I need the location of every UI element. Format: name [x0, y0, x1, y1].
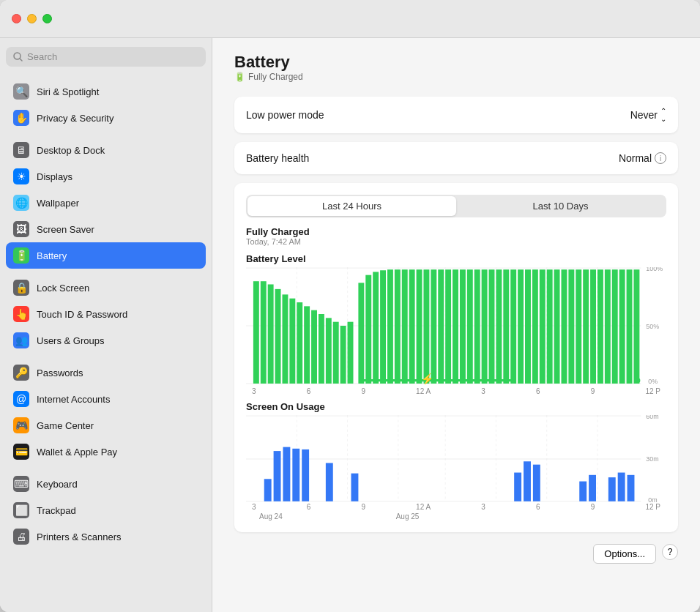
- svg-rect-63: [627, 269, 633, 384]
- battery-header: Battery 🔋 Fully Charged: [234, 53, 678, 82]
- battery-icon: 🔋: [13, 247, 29, 264]
- sidebar-item-printers-scanners[interactable]: 🖨Printers & Scanners: [6, 523, 206, 550]
- trackpad-icon: ⬜: [13, 502, 29, 518]
- sidebar-item-trackpad[interactable]: ⬜Trackpad: [6, 497, 206, 523]
- sidebar-label-passwords: Passwords: [37, 367, 83, 378]
- battery-status-text: Fully Charged: [248, 72, 303, 82]
- svg-rect-34: [417, 269, 422, 384]
- sidebar-label-lock-screen: Lock Screen: [37, 283, 89, 294]
- sidebar-item-passwords[interactable]: 🔑Passwords: [6, 359, 206, 386]
- keyboard-icon: ⌨: [13, 476, 29, 492]
- date-labels: Aug 24 Aug 25: [246, 512, 666, 520]
- segment-control: Last 24 Hours Last 10 Days: [246, 195, 666, 217]
- screen-usage-title: Screen On Usage: [246, 401, 666, 412]
- sidebar-item-wallpaper[interactable]: 🌐Wallpaper: [6, 190, 206, 216]
- battery-level-title: Battery Level: [246, 253, 666, 264]
- sidebar-item-displays[interactable]: ☀Displays: [6, 163, 206, 190]
- sidebar-item-lock-screen[interactable]: 🔒Lock Screen: [6, 275, 206, 301]
- svg-rect-18: [297, 302, 302, 384]
- sidebar-label-internet-accounts: Internet Accounts: [37, 394, 110, 405]
- siri-spotlight-icon: 🔍: [13, 83, 29, 100]
- lock-screen-icon: 🔒: [13, 280, 29, 296]
- sidebar-item-touch-id[interactable]: 👆Touch ID & Password: [6, 301, 206, 327]
- sidebar-label-printers-scanners: Printers & Scanners: [37, 531, 122, 542]
- svg-rect-64: [633, 269, 639, 384]
- svg-rect-54: [562, 269, 567, 384]
- sidebar-label-wallpaper: Wallpaper: [37, 198, 79, 209]
- svg-rect-43: [482, 269, 488, 384]
- svg-rect-39: [453, 269, 458, 384]
- svg-rect-90: [533, 465, 540, 501]
- maximize-button[interactable]: [42, 14, 52, 23]
- svg-rect-37: [438, 269, 444, 384]
- svg-rect-94: [618, 473, 625, 501]
- minimize-button[interactable]: [27, 14, 37, 23]
- sidebar-item-battery[interactable]: 🔋Battery: [6, 242, 206, 269]
- sidebar-label-battery: Battery: [37, 250, 67, 261]
- low-power-mode-value[interactable]: Never ⌃⌄: [630, 107, 666, 123]
- sidebar-item-screen-saver[interactable]: 🖼Screen Saver: [6, 216, 206, 242]
- svg-rect-59: [597, 269, 603, 384]
- svg-text:0%: 0%: [648, 378, 658, 384]
- sidebar-label-wallet-apple-pay: Wallet & Apple Pay: [37, 447, 117, 458]
- sidebar-item-users-groups[interactable]: 👥Users & Groups: [6, 327, 206, 354]
- sidebar-item-keyboard[interactable]: ⌨Keyboard: [6, 471, 206, 497]
- sidebar-divider: [6, 269, 206, 275]
- segment-10d[interactable]: Last 10 Days: [456, 196, 665, 216]
- battery-health-row: Battery health Normal i: [234, 142, 678, 174]
- info-icon[interactable]: i: [655, 152, 666, 164]
- screen-x-axis: 3 6 9 12 A 3 6 9 12 P: [246, 503, 666, 511]
- svg-text:50%: 50%: [646, 323, 659, 330]
- passwords-icon: 🔑: [13, 365, 29, 381]
- sidebar-item-desktop-dock[interactable]: 🖥Desktop & Dock: [6, 137, 206, 163]
- sidebar-label-screen-saver: Screen Saver: [37, 224, 94, 235]
- svg-rect-53: [554, 269, 560, 384]
- sidebar-label-trackpad: Trackpad: [37, 505, 76, 516]
- screen-chart-svg: 60m 30m 0m: [246, 415, 666, 503]
- svg-rect-30: [387, 269, 393, 384]
- svg-rect-31: [395, 269, 401, 384]
- screen-usage-chart: 60m 30m 0m: [246, 415, 666, 503]
- displays-icon: ☀: [13, 168, 29, 184]
- search-input[interactable]: [27, 51, 198, 62]
- battery-status: 🔋 Fully Charged: [234, 72, 303, 82]
- sidebar-label-users-groups: Users & Groups: [37, 335, 104, 346]
- svg-rect-88: [514, 473, 521, 501]
- sidebar-item-internet-accounts[interactable]: @Internet Accounts: [6, 386, 206, 412]
- svg-rect-57: [583, 269, 589, 384]
- svg-rect-21: [319, 314, 324, 384]
- svg-line-1: [20, 59, 22, 61]
- battery-level-chart: ⚡ 100% 50% 0%: [246, 267, 666, 384]
- svg-rect-17: [289, 299, 295, 384]
- svg-rect-48: [518, 269, 524, 384]
- svg-rect-82: [274, 451, 281, 501]
- sidebar-item-siri-spotlight[interactable]: 🔍Siri & Spotlight: [6, 78, 206, 105]
- svg-rect-41: [467, 269, 473, 384]
- close-button[interactable]: [12, 14, 21, 23]
- sidebar-divider: [6, 465, 206, 471]
- window-content: 🔍Siri & Spotlight✋Privacy & Security🖥Des…: [0, 38, 700, 612]
- battery-chart-card: Last 24 Hours Last 10 Days Fully Charged…: [234, 183, 678, 532]
- sidebar-item-wallet-apple-pay[interactable]: 💳Wallet & Apple Pay: [6, 439, 206, 465]
- svg-rect-62: [619, 269, 625, 384]
- sidebar-divider: [6, 131, 206, 137]
- fully-charged-label: Fully Charged: [246, 226, 666, 237]
- svg-rect-36: [431, 269, 436, 384]
- svg-rect-86: [326, 463, 333, 501]
- svg-rect-12: [253, 281, 259, 384]
- charged-time: Today, 7:42 AM: [246, 237, 666, 246]
- segment-24h[interactable]: Last 24 Hours: [247, 196, 456, 216]
- options-button[interactable]: Options...: [593, 544, 656, 564]
- svg-rect-22: [326, 318, 332, 384]
- svg-rect-83: [283, 447, 290, 501]
- svg-rect-45: [496, 269, 502, 384]
- svg-point-67: [636, 378, 640, 382]
- svg-rect-33: [409, 269, 415, 384]
- sidebar-item-privacy-security[interactable]: ✋Privacy & Security: [6, 105, 206, 131]
- svg-rect-84: [292, 449, 299, 501]
- battery-health-label: Battery health: [246, 152, 309, 164]
- touch-id-icon: 👆: [13, 306, 29, 322]
- help-button[interactable]: ?: [662, 544, 678, 560]
- battery-health-value: Normal i: [619, 152, 666, 164]
- sidebar-item-game-center[interactable]: 🎮Game Center: [6, 412, 206, 439]
